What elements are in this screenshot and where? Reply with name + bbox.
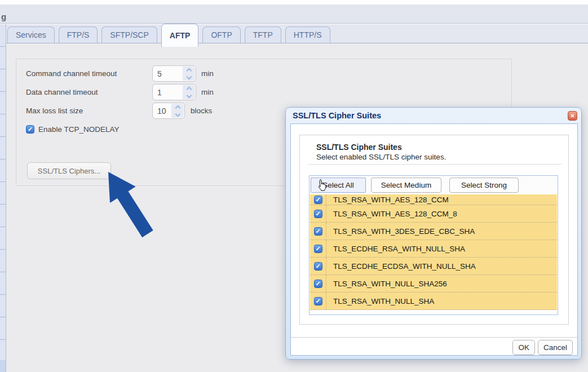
cipher-list-toolbar: Select All Select Medium Select Strong <box>310 176 558 194</box>
cipher-listbox: Select All Select Medium Select Strong ✓… <box>309 175 558 315</box>
cancel-button[interactable]: Cancel <box>538 340 573 355</box>
max-loss-list-size-field <box>152 103 185 119</box>
cipher-name: TLS_ECDHE_ECDSA_WITH_NULL_SHA <box>326 262 476 271</box>
cipher-checkbox[interactable]: ✓ <box>314 245 322 253</box>
command-channel-timeout-input[interactable] <box>153 66 182 81</box>
tab-tftp[interactable]: TFTP <box>245 26 281 43</box>
cipher-row[interactable]: ✓ TLS_RSA_WITH_3DES_EDE_CBC_SHA <box>310 223 557 240</box>
cipher-row[interactable]: ✓ TLS_ECDHE_RSA_WITH_NULL_SHA <box>310 240 557 258</box>
enable-tcp-nodelay-row: ✓ Enable TCP_NODELAY <box>26 125 120 134</box>
ssl-tls-cipher-suites-dialog: SSL/TLS Cipher Suites ✕ SSL/TLS Cipher S… <box>285 107 582 360</box>
select-medium-button[interactable]: Select Medium <box>371 178 441 193</box>
cipher-name: TLS_RSA_WITH_AES_128_CCM_8 <box>326 210 457 218</box>
spinner-down-icon[interactable] <box>175 111 180 117</box>
dialog-footer: OK Cancel <box>291 337 577 357</box>
cipher-row[interactable]: ✓ TLS_RSA_WITH_NULL_SHA256 <box>310 275 557 293</box>
cipher-row[interactable]: ✓ TLS_ECDHE_ECDSA_WITH_NULL_SHA <box>310 258 557 275</box>
cipher-checkbox[interactable]: ✓ <box>314 262 322 271</box>
tab-aftp[interactable]: AFTP <box>161 24 199 47</box>
protocol-tabbar: Services FTP/S SFTP/SCP AFTP OFTP TFTP H… <box>6 24 588 43</box>
tab-sftpscp[interactable]: SFTP/SCP <box>101 26 157 43</box>
spinner-down-icon[interactable] <box>186 92 192 98</box>
ok-button[interactable]: OK <box>512 340 535 355</box>
left-cutoff-list-strip-end <box>0 360 6 372</box>
tab-services[interactable]: Services <box>7 26 55 43</box>
cipher-rows: ✓ TLS_RSA_WITH_AES_128_CCM ✓ TLS_RSA_WIT… <box>310 194 557 310</box>
dialog-title: SSL/TLS Cipher Suites <box>293 111 381 120</box>
hand-cursor-icon <box>316 179 328 191</box>
dialog-body: SSL/TLS Cipher Suites Select enabled SSL… <box>290 123 578 356</box>
cipher-checkbox[interactable]: ✓ <box>314 210 322 218</box>
panel-separator <box>308 164 562 165</box>
tab-https[interactable]: HTTP/S <box>285 26 330 43</box>
spinner-up-icon[interactable] <box>175 105 180 110</box>
window-title-band: g <box>0 5 588 24</box>
panel-subheading: Select enabled SSL/TLS cipher suites. <box>316 153 446 161</box>
tab-oftp[interactable]: OFTP <box>202 26 240 43</box>
data-channel-timeout-input[interactable] <box>153 85 182 100</box>
enable-tcp-nodelay-checkbox[interactable]: ✓ <box>26 125 34 134</box>
max-loss-list-size-spinner[interactable] <box>171 104 184 118</box>
max-loss-list-size-input[interactable] <box>153 103 171 118</box>
spinner-up-icon[interactable] <box>186 86 192 92</box>
cipher-name: TLS_RSA_WITH_3DES_EDE_CBC_SHA <box>326 227 475 236</box>
data-channel-timeout-label: Data channel timeout <box>26 88 98 96</box>
data-channel-timeout-field <box>152 84 196 100</box>
command-channel-timeout-unit: min <box>201 69 214 78</box>
cipher-name: TLS_RSA_WITH_NULL_SHA <box>326 297 434 305</box>
panel-heading: SSL/TLS Cipher Suites <box>316 143 402 152</box>
max-loss-list-size-unit: blocks <box>191 107 212 115</box>
left-cutoff-list-strip <box>0 24 6 372</box>
cipher-checkbox[interactable]: ✓ <box>314 297 322 305</box>
select-strong-button[interactable]: Select Strong <box>449 178 519 193</box>
cipher-checkbox[interactable]: ✓ <box>314 280 322 288</box>
cipher-name: TLS_ECDHE_RSA_WITH_NULL_SHA <box>326 245 465 253</box>
cipher-checkbox[interactable]: ✓ <box>314 227 322 236</box>
cipher-name: TLS_RSA_WITH_NULL_SHA256 <box>326 280 447 288</box>
cipher-suites-panel: SSL/TLS Cipher Suites Select enabled SSL… <box>299 135 569 325</box>
data-channel-timeout-spinner[interactable] <box>183 85 195 99</box>
tab-ftps[interactable]: FTP/S <box>59 26 98 43</box>
command-channel-timeout-field <box>152 65 196 82</box>
spinner-up-icon[interactable] <box>186 68 192 73</box>
truncated-window-title: g <box>1 12 6 21</box>
cipher-row[interactable]: ✓ TLS_RSA_WITH_AES_128_CCM <box>310 194 557 205</box>
enable-tcp-nodelay-label: Enable TCP_NODELAY <box>38 125 120 134</box>
cipher-row[interactable]: ✓ TLS_RSA_WITH_NULL_SHA <box>310 293 557 310</box>
command-channel-timeout-spinner[interactable] <box>183 67 195 81</box>
spinner-down-icon[interactable] <box>186 74 192 79</box>
dialog-close-icon[interactable]: ✕ <box>568 111 577 121</box>
page-canvas: g Services FTP/S SFTP/SCP AFTP OFTP TFTP… <box>0 0 588 372</box>
annotation-arrow-icon <box>91 166 170 256</box>
command-channel-timeout-label: Command channel timeout <box>26 69 117 78</box>
data-channel-timeout-unit: min <box>201 88 214 96</box>
max-loss-list-size-label: Max loss list size <box>26 107 83 115</box>
cipher-name: TLS_RSA_WITH_AES_128_CCM <box>326 196 449 204</box>
cipher-checkbox[interactable]: ✓ <box>314 196 322 204</box>
cipher-row[interactable]: ✓ TLS_RSA_WITH_AES_128_CCM_8 <box>310 205 557 223</box>
